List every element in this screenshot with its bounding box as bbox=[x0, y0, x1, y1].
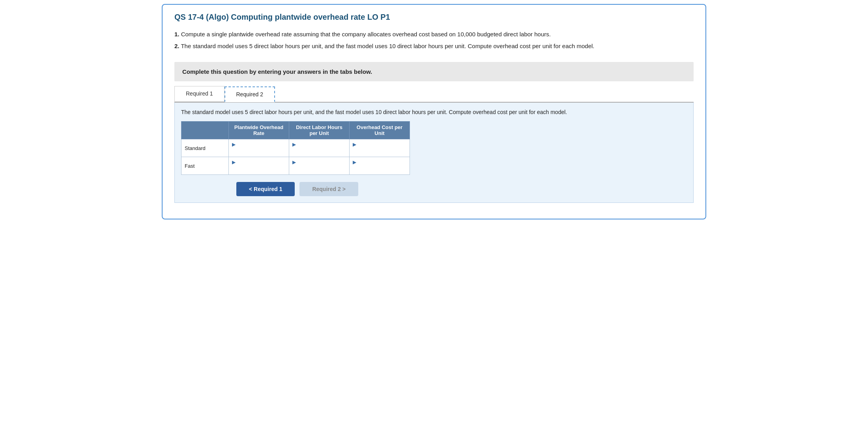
question-title: QS 17-4 (Algo) Computing plantwide overh… bbox=[174, 13, 694, 22]
tab-description: The standard model uses 5 direct labor h… bbox=[181, 108, 687, 116]
q1-text: Compute a single plantwide overhead rate… bbox=[181, 31, 551, 37]
standard-direct-labor-input[interactable] bbox=[292, 147, 346, 155]
q1-number: 1. bbox=[174, 31, 180, 37]
prev-button[interactable]: < Required 1 bbox=[236, 182, 295, 196]
row-label-fast: Fast bbox=[181, 157, 229, 175]
q2-number: 2. bbox=[174, 43, 180, 49]
standard-plantwide-input[interactable] bbox=[232, 147, 286, 155]
nav-buttons: < Required 1 Required 2 > bbox=[236, 182, 687, 196]
fast-plantwide-cell[interactable]: ▶ bbox=[229, 157, 289, 175]
arrow-fast-3: ▶ bbox=[353, 159, 356, 165]
page-container: QS 17-4 (Algo) Computing plantwide overh… bbox=[162, 4, 706, 219]
table-row-fast: Fast ▶ ▶ ▶ bbox=[181, 157, 410, 175]
standard-overhead-cost-cell[interactable]: ▶ bbox=[350, 139, 410, 157]
next-button[interactable]: Required 2 > bbox=[299, 182, 358, 196]
standard-direct-labor-cell[interactable]: ▶ bbox=[289, 139, 350, 157]
standard-overhead-cost-input[interactable] bbox=[353, 147, 406, 155]
fast-direct-labor-input[interactable] bbox=[292, 165, 346, 172]
tab-required-2[interactable]: Required 2 bbox=[224, 86, 275, 102]
tabs-wrapper: Required 1 Required 2 The standard model… bbox=[174, 86, 694, 203]
instructions-text: Complete this question by entering your … bbox=[182, 68, 372, 75]
tab-content: The standard model uses 5 direct labor h… bbox=[174, 103, 694, 203]
standard-plantwide-cell[interactable]: ▶ bbox=[229, 139, 289, 157]
fast-plantwide-input[interactable] bbox=[232, 165, 286, 172]
col-header-direct-labor: Direct Labor Hours per Unit bbox=[289, 122, 350, 139]
data-table: Plantwide Overhead Rate Direct Labor Hou… bbox=[181, 121, 410, 175]
arrow-fast-1: ▶ bbox=[232, 159, 236, 165]
row-label-standard: Standard bbox=[181, 139, 229, 157]
arrow-standard-1: ▶ bbox=[232, 142, 236, 147]
fast-overhead-cost-cell[interactable]: ▶ bbox=[350, 157, 410, 175]
col-header-blank bbox=[181, 122, 229, 139]
q2-text: The standard model uses 5 direct labor h… bbox=[181, 43, 594, 49]
instructions-box: Complete this question by entering your … bbox=[174, 62, 694, 81]
tab-required-1[interactable]: Required 1 bbox=[174, 86, 224, 102]
arrow-fast-2: ▶ bbox=[292, 159, 296, 165]
arrow-standard-3: ▶ bbox=[353, 142, 356, 147]
tabs-row: Required 1 Required 2 bbox=[174, 86, 694, 103]
table-row-standard: Standard ▶ ▶ ▶ bbox=[181, 139, 410, 157]
col-header-plantwide: Plantwide Overhead Rate bbox=[229, 122, 289, 139]
arrow-standard-2: ▶ bbox=[292, 142, 296, 147]
fast-direct-labor-cell[interactable]: ▶ bbox=[289, 157, 350, 175]
question-body: 1. Compute a single plantwide overhead r… bbox=[174, 30, 694, 51]
col-header-overhead-cost: Overhead Cost per Unit bbox=[350, 122, 410, 139]
fast-overhead-cost-input[interactable] bbox=[353, 165, 406, 172]
